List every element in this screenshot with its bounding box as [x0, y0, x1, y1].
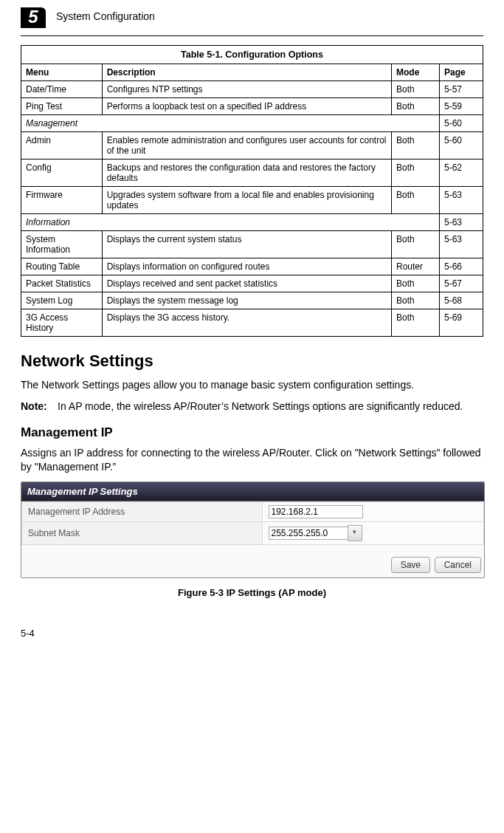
- cell-menu: Date/Time: [21, 81, 103, 98]
- ip-settings-table: Management IP Address Subnet Mask ▾: [21, 501, 484, 545]
- table-row: Firmware Upgrades system software from a…: [21, 187, 483, 214]
- cell-mode: Both: [392, 187, 440, 214]
- chapter-title: System Configuration: [56, 10, 155, 22]
- figure-caption: Figure 5-3 IP Settings (AP mode): [21, 587, 483, 598]
- subnet-mask-label: Subnet Mask: [22, 521, 263, 544]
- cell-page: 5-66: [440, 258, 483, 275]
- col-header-mode: Mode: [392, 64, 440, 81]
- cell-menu: Routing Table: [21, 258, 103, 275]
- ip-row: Management IP Address: [22, 501, 484, 521]
- table-row: System Information Displays the current …: [21, 231, 483, 258]
- header-rule: [21, 35, 483, 36]
- cell-menu: System Log: [21, 292, 103, 309]
- subnet-mask-input[interactable]: [269, 527, 348, 540]
- cell-page: 5-63: [440, 187, 483, 214]
- note-block: Note: In AP mode, the wireless AP/Router…: [21, 400, 483, 414]
- cell-menu: System Information: [21, 231, 103, 258]
- cell-desc: Displays the system message log: [102, 292, 391, 309]
- table-row: System Log Displays the system message l…: [21, 292, 483, 309]
- cell-desc: Upgrades system software from a local fi…: [102, 187, 391, 214]
- cell-page: 5-60: [440, 132, 483, 160]
- save-button[interactable]: Save: [391, 557, 430, 573]
- note-body: In AP mode, the wireless AP/Router’s Net…: [58, 400, 483, 414]
- cell-menu: Ping Test: [21, 98, 103, 115]
- chapter-number-tab: 5: [21, 7, 46, 28]
- cell-page: 5-67: [440, 275, 483, 292]
- cell-page: 5-59: [440, 98, 483, 115]
- cell-menu: Firmware: [21, 187, 103, 214]
- cell-section: Information: [21, 214, 440, 231]
- cell-desc: Backups and restores the configuration d…: [102, 160, 391, 187]
- col-header-description: Description: [102, 64, 391, 81]
- col-header-page: Page: [440, 64, 483, 81]
- chevron-down-icon[interactable]: ▾: [348, 525, 362, 541]
- table-row: 3G Access History Displays the 3G access…: [21, 309, 483, 337]
- cell-mode: Router: [392, 258, 440, 275]
- table-row: Date/Time Configures NTP settings Both 5…: [21, 81, 483, 98]
- ip-address-input[interactable]: [269, 505, 363, 518]
- cell-mode: Both: [392, 81, 440, 98]
- cell-menu: Config: [21, 160, 103, 187]
- cell-page: 5-63: [440, 231, 483, 258]
- cell-page: 5-63: [440, 214, 483, 231]
- col-header-menu: Menu: [21, 64, 103, 81]
- configuration-options-table: Table 5-1. Configuration Options Menu De…: [21, 45, 483, 337]
- cell-mode: Both: [392, 98, 440, 115]
- cell-desc: Displays received and sent packet statis…: [102, 275, 391, 292]
- cell-mode: Both: [392, 160, 440, 187]
- management-ip-settings-panel: Management IP Settings Management IP Add…: [21, 481, 485, 578]
- cell-menu: 3G Access History: [21, 309, 103, 337]
- cell-desc: Displays the current system status: [102, 231, 391, 258]
- cell-menu: Packet Statistics: [21, 275, 103, 292]
- cell-desc: Enables remote administration and config…: [102, 132, 391, 160]
- ip-address-label: Management IP Address: [22, 501, 263, 521]
- cell-mode: Both: [392, 231, 440, 258]
- cell-page: 5-69: [440, 309, 483, 337]
- mask-row: Subnet Mask ▾: [22, 521, 484, 544]
- table-row: Routing Table Displays information on co…: [21, 258, 483, 275]
- cell-desc: Displays information on configured route…: [102, 258, 391, 275]
- table-row: Packet Statistics Displays received and …: [21, 275, 483, 292]
- cell-mode: Both: [392, 309, 440, 337]
- cancel-button[interactable]: Cancel: [435, 557, 481, 573]
- table-section-row: Information 5-63: [21, 214, 483, 231]
- table-section-row: Management 5-60: [21, 115, 483, 132]
- note-label: Note:: [21, 400, 58, 414]
- heading-management-ip: Management IP: [21, 425, 483, 440]
- cell-mode: Both: [392, 275, 440, 292]
- cell-page: 5-60: [440, 115, 483, 132]
- table-caption: Table 5-1. Configuration Options: [21, 45, 483, 64]
- cell-desc: Configures NTP settings: [102, 81, 391, 98]
- cell-menu: Admin: [21, 132, 103, 160]
- cell-section: Management: [21, 115, 440, 132]
- page-number: 5-4: [21, 628, 483, 639]
- panel-title: Management IP Settings: [21, 482, 484, 501]
- cell-desc: Displays the 3G access history.: [102, 309, 391, 337]
- cell-page: 5-57: [440, 81, 483, 98]
- cell-page: 5-68: [440, 292, 483, 309]
- heading-network-settings: Network Settings: [21, 352, 483, 371]
- table-row: Ping Test Performs a loopback test on a …: [21, 98, 483, 115]
- table-row: Config Backups and restores the configur…: [21, 160, 483, 187]
- cell-desc: Performs a loopback test on a specified …: [102, 98, 391, 115]
- cell-page: 5-62: [440, 160, 483, 187]
- cell-mode: Both: [392, 132, 440, 160]
- paragraph-network-settings: The Network Settings pages allow you to …: [21, 378, 483, 392]
- cell-mode: Both: [392, 292, 440, 309]
- paragraph-management-ip: Assigns an IP address for connecting to …: [21, 446, 483, 474]
- table-row: Admin Enables remote administration and …: [21, 132, 483, 160]
